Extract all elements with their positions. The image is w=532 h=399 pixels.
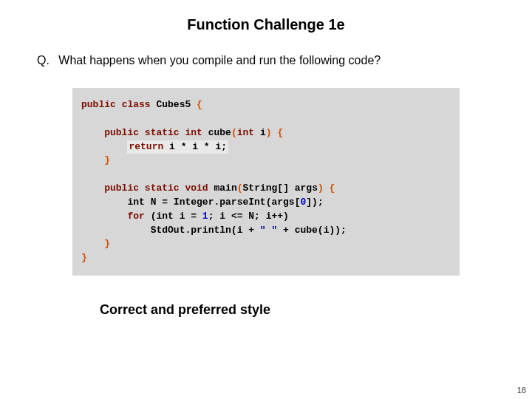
code-block: public class Cubes5 { public static int … bbox=[72, 88, 460, 276]
kw-static: static bbox=[145, 127, 180, 138]
brace-open: { bbox=[197, 99, 202, 110]
print-b: + cube(i)); bbox=[277, 225, 347, 236]
kw-public2: public bbox=[104, 127, 139, 138]
page-number: 18 bbox=[517, 386, 526, 395]
param-i: i bbox=[260, 127, 266, 138]
kw-public3: public bbox=[104, 183, 139, 194]
num-one: 1 bbox=[202, 211, 208, 222]
tp-int: int bbox=[185, 127, 202, 138]
fn-main: main bbox=[214, 183, 237, 194]
for-head-a: (int i = bbox=[151, 211, 202, 222]
args: args bbox=[295, 183, 318, 194]
brace-open3: { bbox=[330, 183, 335, 194]
kw-static2: static bbox=[145, 183, 180, 194]
kw-class: class bbox=[122, 99, 151, 110]
paren-open2: ( bbox=[237, 183, 243, 194]
question-text: What happens when you compile and run th… bbox=[58, 54, 381, 66]
return-expr: i * i * i; bbox=[169, 141, 227, 152]
str-space: " " bbox=[260, 225, 277, 236]
for-head-b: ; i <= N; i++) bbox=[208, 211, 289, 222]
tp-void: void bbox=[185, 183, 208, 194]
return-highlight: return i * i * i; bbox=[127, 140, 228, 154]
question-line: Q. What happens when you compile and run… bbox=[0, 33, 532, 67]
brace-close2: } bbox=[104, 238, 110, 249]
fn-cube: cube bbox=[208, 127, 231, 138]
param-int: int bbox=[237, 127, 254, 138]
paren-close2: ) bbox=[318, 183, 324, 194]
slide: Function Challenge 1e Q. What happens wh… bbox=[0, 0, 532, 399]
question-prefix: Q. bbox=[37, 54, 50, 66]
line-n-a: int N = Integer.parseInt(args[ bbox=[127, 197, 300, 208]
print-a: StdOut.println(i + bbox=[151, 225, 260, 236]
kw-return: return bbox=[129, 141, 163, 152]
paren-close: ) bbox=[266, 127, 272, 138]
line-n-b: ]); bbox=[306, 197, 323, 208]
brace-close: } bbox=[104, 154, 110, 166]
brace-close3: } bbox=[81, 252, 87, 263]
class-name: Cubes5 bbox=[156, 99, 191, 110]
string-array: String[] bbox=[243, 183, 289, 194]
slide-title: Function Challenge 1e bbox=[0, 0, 532, 33]
brace-open2: { bbox=[277, 127, 283, 138]
kw-for: for bbox=[127, 211, 144, 222]
answer-text: Correct and preferred style bbox=[100, 302, 532, 318]
kw-public: public bbox=[81, 99, 116, 110]
paren-open: ( bbox=[231, 127, 237, 138]
